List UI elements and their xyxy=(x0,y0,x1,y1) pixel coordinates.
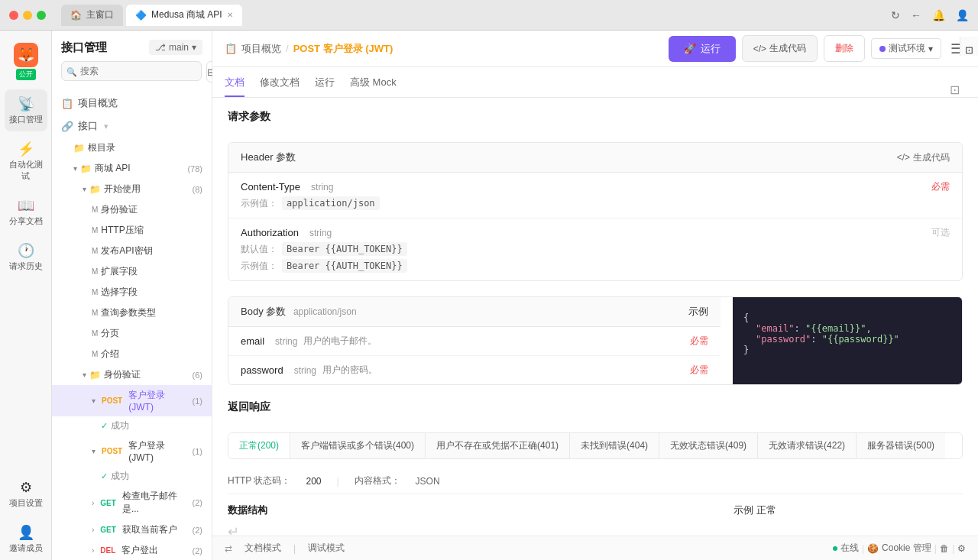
data-structure-title: 数据结构 xyxy=(228,504,267,516)
settings-small-icon[interactable]: ⚙ xyxy=(957,543,966,554)
body-params-right: { "email": "{{email}}", "password": "{{p… xyxy=(733,297,962,384)
getting-started-label: 开始使用 xyxy=(104,183,141,196)
main-content: 📋 项目概览 / POST 客户登录 (JWT) 🚀 运行 </> 生成代码 删… xyxy=(212,31,978,560)
public-badge: 公开 xyxy=(16,69,36,80)
tab-close-icon[interactable]: ✕ xyxy=(227,11,233,19)
refresh-icon[interactable]: ↻ xyxy=(891,9,900,21)
sidebar-item-check-email[interactable]: › GET 检查电子邮件是... (2) xyxy=(52,486,212,520)
login-jwt-2-label: 客户登录 (JWT) xyxy=(128,439,189,463)
tab-api[interactable]: 🔷 Medusa 商城 API ✕ xyxy=(126,5,242,26)
sidebar-item-publish-api-key[interactable]: M 发布API密钥 xyxy=(52,241,212,261)
tab-run-label: 运行 xyxy=(315,76,335,88)
sidebar-item-http-compress[interactable]: M HTTP压缩 xyxy=(52,220,212,241)
sidebar-item-interfaces[interactable]: 🔗 接口 ▾ xyxy=(52,115,212,138)
sidebar-item-login-jwt-2[interactable]: ▾ POST 客户登录 (JWT) (1) xyxy=(52,435,212,467)
doc-icon-page: M xyxy=(92,329,98,338)
data-hint: ↵ xyxy=(228,517,963,536)
success-label-1: 成功 xyxy=(111,419,129,432)
tab-home[interactable]: 🏠 主窗口 xyxy=(61,5,123,26)
sidebar-item-pagination[interactable]: M 分页 xyxy=(52,323,212,344)
user-avatar[interactable]: 👤 xyxy=(956,9,969,21)
response-tab-500[interactable]: 服务器错误(500) xyxy=(857,433,945,458)
status-section: 在线 | 🍪 Cookie 管理 | 🗑 | ⚙ xyxy=(833,542,966,555)
nav-item-invite[interactable]: 👤 邀请成员 xyxy=(5,518,47,560)
response-tab-401-label: 用户不存在或凭据不正确(401) xyxy=(436,440,559,451)
select-fields-label: 选择字段 xyxy=(101,286,138,299)
sidebar-item-mall-api[interactable]: ▾ 📁 商城 API (78) xyxy=(52,158,212,179)
run-button[interactable]: 🚀 运行 xyxy=(669,36,736,62)
sidebar-item-extend-fields[interactable]: M 扩展字段 xyxy=(52,261,212,282)
traffic-lights xyxy=(9,11,46,20)
sidebar-item-auth-section[interactable]: ▾ 📁 身份验证 (6) xyxy=(52,364,212,385)
cookie-label[interactable]: Cookie 管理 xyxy=(882,542,931,555)
bell-icon[interactable]: 🔔 xyxy=(932,9,945,21)
nav-item-share-doc[interactable]: 📖 分享文档 xyxy=(5,191,47,233)
response-tab-400[interactable]: 客户端错误或多个错误(400) xyxy=(290,433,426,458)
search-input[interactable] xyxy=(61,61,202,81)
doc-mode-button[interactable]: 文档模式 xyxy=(244,542,281,555)
interfaces-icon: 🔗 xyxy=(61,121,73,132)
gen-code-button[interactable]: </> 生成代码 xyxy=(742,35,818,62)
response-tab-404-label: 未找到错误(404) xyxy=(581,440,648,451)
post-badge-1: POST xyxy=(99,396,125,406)
root-label: 根目录 xyxy=(88,141,115,154)
nav-item-history[interactable]: 🕐 请求历史 xyxy=(5,236,47,278)
back-icon[interactable]: ← xyxy=(911,9,921,21)
response-tab-422[interactable]: 无效请求错误(422) xyxy=(758,433,857,458)
maximize-button[interactable] xyxy=(37,11,46,20)
logout-label: 客户登出 xyxy=(121,544,158,557)
nav-item-api-management[interactable]: 📡 接口管理 xyxy=(5,89,47,131)
browser-tabs: 🏠 主窗口 🔷 Medusa 商城 API ✕ xyxy=(61,5,242,26)
authorization-name: Authorization xyxy=(241,227,299,238)
sidebar-item-project-overview[interactable]: 📋 项目概览 xyxy=(52,92,212,115)
sidebar-item-get-current-customer[interactable]: › GET 获取当前客户 (2) xyxy=(52,520,212,540)
success-icon-1: ✓ xyxy=(101,421,108,431)
topbar-expand-icon[interactable]: ⊡ xyxy=(944,83,966,97)
sidebar-item-auth-doc[interactable]: M 身份验证 xyxy=(52,199,212,220)
tab-mock[interactable]: 高级 Mock xyxy=(350,70,397,97)
branch-selector[interactable]: ⎇ main ▾ xyxy=(149,40,202,55)
sidebar-item-select-fields[interactable]: M 选择字段 xyxy=(52,282,212,303)
tab-edit-doc[interactable]: 修改文档 xyxy=(260,70,300,97)
response-tab-500-label: 服务器错误(500) xyxy=(867,440,934,451)
env-selector[interactable]: 测试环境 ▾ xyxy=(871,38,941,59)
content-type-example-label: 示例值： xyxy=(241,197,277,210)
debug-mode-button[interactable]: 调试模式 xyxy=(308,542,345,555)
sidebar-item-logout[interactable]: › DEL 客户登出 (2) xyxy=(52,540,212,560)
doc-icon-auth: M xyxy=(92,206,98,214)
doc-icon-http: M xyxy=(92,226,98,235)
sidebar-item-query-types[interactable]: M 查询参数类型 xyxy=(52,303,212,323)
trash-icon[interactable]: 🗑 xyxy=(940,543,949,554)
sidebar-item-intro[interactable]: M 介绍 xyxy=(52,344,212,364)
response-tab-404[interactable]: 未找到错误(404) xyxy=(570,433,659,458)
sidebar-item-root[interactable]: 📁 根目录 xyxy=(52,138,212,158)
doc-icon-intro: M xyxy=(92,350,98,358)
delete-button[interactable]: 删除 xyxy=(824,35,865,62)
sidebar-item-login-jwt-1[interactable]: ▾ POST 客户登录 (JWT) (1) xyxy=(52,385,212,416)
close-button[interactable] xyxy=(9,11,18,20)
tab-run[interactable]: 运行 xyxy=(315,70,335,97)
nav-item-settings[interactable]: ⚙ 项目设置 xyxy=(5,473,47,515)
run-label: 运行 xyxy=(701,42,721,56)
sidebar-item-success-2[interactable]: ✓ 成功 xyxy=(52,467,212,486)
nav-item-automation[interactable]: ⚡ 自动化测试 xyxy=(5,134,47,188)
response-tab-409[interactable]: 无效状态错误(409) xyxy=(659,433,758,458)
nav-label-share: 分享文档 xyxy=(9,215,43,227)
minimize-button[interactable] xyxy=(23,11,32,20)
window-toolbar: ↻ ← 🔔 👤 xyxy=(891,9,969,21)
breadcrumb-project[interactable]: 项目概览 xyxy=(241,42,281,56)
expand-icon: ⊡ xyxy=(965,44,973,56)
api-icon: 🔷 xyxy=(135,10,147,21)
header-gen-code-button[interactable]: </> 生成代码 xyxy=(897,151,950,164)
response-tab-200[interactable]: 正常(200) xyxy=(228,433,290,458)
response-tab-401[interactable]: 用户不存在或凭据不正确(401) xyxy=(426,433,570,458)
sidebar-title: 接口管理 xyxy=(61,40,107,55)
json-example: { "email": "{{email}}", "password": "{{p… xyxy=(743,312,951,355)
expand-panel-button[interactable]: ⊡ xyxy=(960,37,978,56)
sidebar-item-success-1[interactable]: ✓ 成功 xyxy=(52,416,212,435)
gen-code-label: 生成代码 xyxy=(769,42,806,55)
tab-doc[interactable]: 文档 xyxy=(225,70,244,97)
sidebar-item-getting-started[interactable]: ▾ 📁 开始使用 (8) xyxy=(52,179,212,199)
auth-section-chevron: ▾ xyxy=(83,371,86,379)
json-brace-close: } xyxy=(743,345,749,355)
